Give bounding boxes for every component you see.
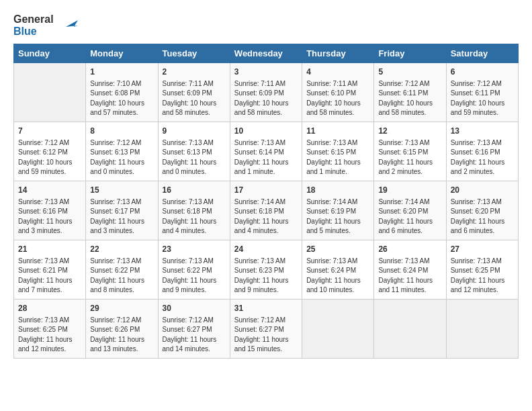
calendar-day-cell: 31Sunrise: 7:12 AM Sunset: 6:27 PM Dayli… bbox=[230, 300, 302, 359]
day-number: 4 bbox=[306, 66, 369, 78]
day-of-week-header: Saturday bbox=[446, 44, 518, 63]
calendar-day-cell: 28Sunrise: 7:13 AM Sunset: 6:25 PM Dayli… bbox=[14, 300, 86, 359]
calendar-day-cell: 16Sunrise: 7:13 AM Sunset: 6:18 PM Dayli… bbox=[158, 181, 230, 240]
calendar-day-cell: 17Sunrise: 7:14 AM Sunset: 6:18 PM Dayli… bbox=[230, 181, 302, 240]
day-sun-info: Sunrise: 7:13 AM Sunset: 6:13 PM Dayligh… bbox=[163, 138, 226, 177]
day-sun-info: Sunrise: 7:13 AM Sunset: 6:17 PM Dayligh… bbox=[90, 197, 153, 236]
calendar-day-cell: 20Sunrise: 7:13 AM Sunset: 6:20 PM Dayli… bbox=[446, 181, 518, 240]
day-of-week-header: Thursday bbox=[302, 44, 374, 63]
calendar-day-cell: 30Sunrise: 7:12 AM Sunset: 6:27 PM Dayli… bbox=[158, 300, 230, 359]
day-of-week-header: Sunday bbox=[14, 44, 86, 63]
day-number: 18 bbox=[306, 185, 369, 196]
day-sun-info: Sunrise: 7:13 AM Sunset: 6:25 PM Dayligh… bbox=[451, 257, 514, 295]
day-number: 8 bbox=[90, 126, 153, 137]
calendar-day-cell: 13Sunrise: 7:13 AM Sunset: 6:16 PM Dayli… bbox=[446, 122, 518, 181]
day-number: 29 bbox=[90, 303, 153, 314]
day-sun-info: Sunrise: 7:13 AM Sunset: 6:20 PM Dayligh… bbox=[451, 197, 514, 236]
logo-line1: General bbox=[13, 13, 54, 26]
day-sun-info: Sunrise: 7:10 AM Sunset: 6:08 PM Dayligh… bbox=[90, 79, 153, 118]
logo-line2: Blue bbox=[13, 26, 54, 38]
day-number: 6 bbox=[451, 66, 514, 78]
day-sun-info: Sunrise: 7:13 AM Sunset: 6:24 PM Dayligh… bbox=[378, 257, 441, 295]
page-header: General Blue bbox=[13, 13, 519, 37]
day-sun-info: Sunrise: 7:12 AM Sunset: 6:12 PM Dayligh… bbox=[18, 138, 81, 177]
day-sun-info: Sunrise: 7:13 AM Sunset: 6:24 PM Dayligh… bbox=[306, 257, 369, 295]
calendar-day-cell: 24Sunrise: 7:13 AM Sunset: 6:23 PM Dayli… bbox=[230, 240, 302, 300]
calendar-day-cell: 7Sunrise: 7:12 AM Sunset: 6:12 PM Daylig… bbox=[14, 122, 86, 181]
day-sun-info: Sunrise: 7:12 AM Sunset: 6:26 PM Dayligh… bbox=[90, 316, 153, 355]
day-number: 9 bbox=[163, 126, 226, 137]
calendar-day-cell: 12Sunrise: 7:13 AM Sunset: 6:15 PM Dayli… bbox=[374, 122, 446, 181]
calendar-day-cell bbox=[446, 300, 518, 359]
calendar-day-cell: 29Sunrise: 7:12 AM Sunset: 6:26 PM Dayli… bbox=[86, 300, 158, 359]
calendar-day-cell: 8Sunrise: 7:12 AM Sunset: 6:13 PM Daylig… bbox=[86, 122, 158, 181]
day-sun-info: Sunrise: 7:13 AM Sunset: 6:21 PM Dayligh… bbox=[18, 257, 81, 295]
calendar-day-cell: 10Sunrise: 7:13 AM Sunset: 6:14 PM Dayli… bbox=[230, 122, 302, 181]
day-number: 23 bbox=[163, 244, 226, 255]
day-sun-info: Sunrise: 7:12 AM Sunset: 6:27 PM Dayligh… bbox=[234, 316, 298, 355]
day-sun-info: Sunrise: 7:14 AM Sunset: 6:19 PM Dayligh… bbox=[306, 197, 369, 236]
day-number: 5 bbox=[378, 66, 441, 78]
calendar-day-cell: 1Sunrise: 7:10 AM Sunset: 6:08 PM Daylig… bbox=[86, 63, 158, 122]
day-sun-info: Sunrise: 7:13 AM Sunset: 6:15 PM Dayligh… bbox=[306, 138, 369, 177]
day-number: 7 bbox=[18, 126, 81, 137]
day-sun-info: Sunrise: 7:13 AM Sunset: 6:16 PM Dayligh… bbox=[451, 138, 514, 177]
day-number: 13 bbox=[451, 126, 514, 137]
calendar-day-cell: 25Sunrise: 7:13 AM Sunset: 6:24 PM Dayli… bbox=[302, 240, 374, 300]
calendar-day-cell bbox=[302, 300, 374, 359]
day-sun-info: Sunrise: 7:13 AM Sunset: 6:14 PM Dayligh… bbox=[234, 138, 298, 177]
calendar-day-cell: 5Sunrise: 7:12 AM Sunset: 6:11 PM Daylig… bbox=[374, 63, 446, 122]
day-of-week-header: Monday bbox=[86, 44, 158, 63]
day-number: 25 bbox=[306, 244, 369, 255]
day-sun-info: Sunrise: 7:13 AM Sunset: 6:22 PM Dayligh… bbox=[163, 257, 226, 295]
calendar-day-cell: 6Sunrise: 7:12 AM Sunset: 6:11 PM Daylig… bbox=[446, 63, 518, 122]
calendar-day-cell: 9Sunrise: 7:13 AM Sunset: 6:13 PM Daylig… bbox=[158, 122, 230, 181]
day-sun-info: Sunrise: 7:13 AM Sunset: 6:16 PM Dayligh… bbox=[18, 197, 81, 236]
calendar-week-row: 1Sunrise: 7:10 AM Sunset: 6:08 PM Daylig… bbox=[14, 63, 519, 122]
calendar-week-row: 7Sunrise: 7:12 AM Sunset: 6:12 PM Daylig… bbox=[14, 122, 519, 181]
day-sun-info: Sunrise: 7:13 AM Sunset: 6:25 PM Dayligh… bbox=[18, 316, 81, 355]
calendar-week-row: 14Sunrise: 7:13 AM Sunset: 6:16 PM Dayli… bbox=[14, 181, 519, 240]
day-sun-info: Sunrise: 7:12 AM Sunset: 6:27 PM Dayligh… bbox=[163, 316, 226, 355]
day-number: 14 bbox=[18, 185, 81, 196]
calendar-day-cell: 21Sunrise: 7:13 AM Sunset: 6:21 PM Dayli… bbox=[14, 240, 86, 300]
day-number: 30 bbox=[163, 303, 226, 314]
day-number: 19 bbox=[378, 185, 441, 196]
day-number: 11 bbox=[306, 126, 369, 137]
calendar-day-cell: 4Sunrise: 7:11 AM Sunset: 6:10 PM Daylig… bbox=[302, 63, 374, 122]
day-number: 17 bbox=[234, 185, 298, 196]
day-of-week-header: Tuesday bbox=[158, 44, 230, 63]
calendar-day-cell: 18Sunrise: 7:14 AM Sunset: 6:19 PM Dayli… bbox=[302, 181, 374, 240]
header-row: SundayMondayTuesdayWednesdayThursdayFrid… bbox=[14, 44, 519, 63]
day-number: 3 bbox=[234, 66, 298, 78]
logo-text: General Blue bbox=[13, 13, 54, 37]
day-sun-info: Sunrise: 7:11 AM Sunset: 6:09 PM Dayligh… bbox=[163, 79, 226, 118]
day-sun-info: Sunrise: 7:13 AM Sunset: 6:22 PM Dayligh… bbox=[90, 257, 153, 295]
day-number: 2 bbox=[163, 66, 226, 78]
day-sun-info: Sunrise: 7:11 AM Sunset: 6:09 PM Dayligh… bbox=[234, 79, 298, 118]
calendar-day-cell bbox=[14, 63, 86, 122]
day-sun-info: Sunrise: 7:14 AM Sunset: 6:20 PM Dayligh… bbox=[378, 197, 441, 236]
calendar-day-cell: 3Sunrise: 7:11 AM Sunset: 6:09 PM Daylig… bbox=[230, 63, 302, 122]
day-sun-info: Sunrise: 7:11 AM Sunset: 6:10 PM Dayligh… bbox=[306, 79, 369, 118]
day-sun-info: Sunrise: 7:13 AM Sunset: 6:15 PM Dayligh… bbox=[378, 138, 441, 177]
calendar-day-cell: 19Sunrise: 7:14 AM Sunset: 6:20 PM Dayli… bbox=[374, 181, 446, 240]
calendar-day-cell: 11Sunrise: 7:13 AM Sunset: 6:15 PM Dayli… bbox=[302, 122, 374, 181]
day-number: 12 bbox=[378, 126, 441, 137]
day-number: 16 bbox=[163, 185, 226, 196]
day-of-week-header: Friday bbox=[374, 44, 446, 63]
day-number: 24 bbox=[234, 244, 298, 255]
day-number: 27 bbox=[451, 244, 514, 255]
calendar-day-cell: 14Sunrise: 7:13 AM Sunset: 6:16 PM Dayli… bbox=[14, 181, 86, 240]
day-number: 1 bbox=[90, 66, 153, 78]
day-number: 28 bbox=[18, 303, 81, 314]
calendar-day-cell: 23Sunrise: 7:13 AM Sunset: 6:22 PM Dayli… bbox=[158, 240, 230, 300]
svg-marker-0 bbox=[66, 20, 78, 27]
day-number: 10 bbox=[234, 126, 298, 137]
calendar-day-cell: 2Sunrise: 7:11 AM Sunset: 6:09 PM Daylig… bbox=[158, 63, 230, 122]
calendar-table: SundayMondayTuesdayWednesdayThursdayFrid… bbox=[13, 44, 519, 359]
day-sun-info: Sunrise: 7:13 AM Sunset: 6:18 PM Dayligh… bbox=[163, 197, 226, 236]
day-sun-info: Sunrise: 7:14 AM Sunset: 6:18 PM Dayligh… bbox=[234, 197, 298, 236]
calendar-week-row: 21Sunrise: 7:13 AM Sunset: 6:21 PM Dayli… bbox=[14, 240, 519, 300]
day-sun-info: Sunrise: 7:12 AM Sunset: 6:13 PM Dayligh… bbox=[90, 138, 153, 177]
